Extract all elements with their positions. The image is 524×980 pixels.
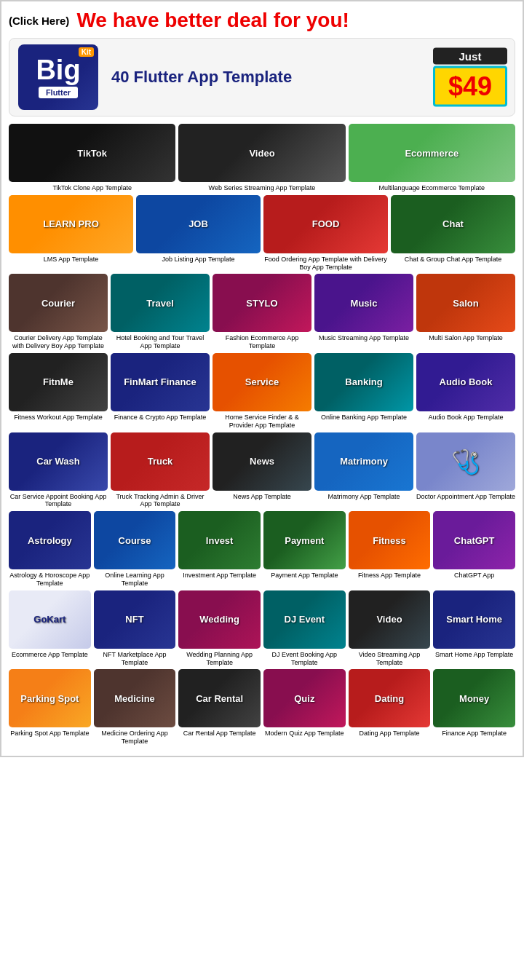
app-audiobook[interactable]: Audio Book Audio Book App Template	[416, 353, 515, 430]
app-parking[interactable]: Parking Spot Parking Spot App Template	[9, 669, 91, 746]
app-courier[interactable]: Courier Courier Delivery App Template wi…	[9, 274, 108, 350]
thumb-news: News	[213, 432, 311, 491]
row7: GoKart Ecommerce App Template NFT NFT Ma…	[9, 590, 515, 667]
thumb-salon: Salon	[416, 274, 515, 332]
thumb-fitness: FitnMe	[9, 353, 108, 411]
click-here-label[interactable]: (Click Here)	[9, 15, 69, 27]
app-carrental[interactable]: Car Rental Car Rental App Template	[178, 669, 261, 746]
app-matrimony[interactable]: Matrimony Matrimony App Template	[314, 432, 413, 509]
app-videost[interactable]: Video Video Streaming App Template	[349, 590, 431, 667]
thumb-nft: NFT	[94, 590, 176, 649]
app-djevent[interactable]: DJ Event DJ Event Booking App Template	[263, 590, 346, 667]
label-dating: Dating App Template	[360, 730, 420, 738]
row8: Parking Spot Parking Spot App Template M…	[9, 669, 515, 746]
app-quiz[interactable]: Quiz Modern Quiz App Template	[263, 669, 346, 746]
thumb-finance: FinMart Finance	[111, 353, 210, 411]
app-finance[interactable]: FinMart Finance Finance & Crypto App Tem…	[111, 353, 210, 430]
app-fitapp[interactable]: Fitness Fitness App Template	[349, 511, 431, 588]
thumb-payment: Payment	[263, 511, 346, 569]
label-banking: Online Banking App Template	[321, 414, 407, 422]
label-job: Job Listing App Template	[162, 256, 235, 264]
row3: Courier Courier Delivery App Template wi…	[9, 274, 515, 350]
price-block: Just $49	[433, 48, 507, 107]
thumb-djevent: DJ Event	[263, 590, 346, 649]
just-badge: Just	[433, 48, 507, 65]
label-homeservice: Home Service Finder & & Provider App Tem…	[213, 414, 311, 430]
label-carrental: Car Rental App Template	[183, 730, 256, 738]
app-learning[interactable]: Course Online Learning App Template	[94, 511, 176, 588]
thumb-video: Video	[178, 124, 345, 182]
thumb-fitapp: Fitness	[349, 511, 431, 569]
app-chat[interactable]: Chat Chat & Group Chat App Template	[391, 195, 515, 272]
app-job[interactable]: JOB Job Listing App Template	[136, 195, 261, 272]
label-fitness: Fitness Workout App Template	[14, 414, 103, 422]
app-travel[interactable]: Travel Hotel Booking and Tour Travel App…	[111, 274, 210, 350]
app-chatgpt[interactable]: ChatGPT ChatGPT App	[433, 511, 515, 588]
big-label: Big	[36, 56, 80, 84]
label-salon: Multi Salon App Template	[429, 334, 502, 342]
label-wedding: Wedding Planning App Template	[178, 651, 261, 667]
app-music[interactable]: Music Music Streaming App Template	[314, 274, 413, 350]
label-parking: Parking Spot App Template	[10, 730, 89, 738]
label-chat: Chat & Group Chat App Template	[405, 256, 501, 264]
label-doctor: Doctor Appointment App Template	[416, 493, 515, 501]
thumb-homeservice: Service	[213, 353, 311, 411]
app-homeservice[interactable]: Service Home Service Finder & & Provider…	[213, 353, 311, 430]
app-fashion[interactable]: STYLO Fashion Ecommerce App Template	[213, 274, 311, 350]
thumb-carrental: Car Rental	[178, 669, 261, 727]
app-payment[interactable]: Payment Payment App Template	[263, 511, 346, 588]
app-fitness[interactable]: FitnMe Fitness Workout App Template	[9, 353, 108, 430]
app-lms[interactable]: LEARN PRO LMS App Template	[9, 195, 133, 272]
row1: TikTok TikTok Clone App Template Video W…	[9, 124, 515, 192]
app-news[interactable]: News News App Template	[213, 432, 311, 509]
app-truck[interactable]: Truck Truck Tracking Admin & Driver App …	[111, 432, 210, 509]
label-fitapp: Fitness App Template	[358, 572, 421, 580]
app-ecommerce-multi[interactable]: Ecommerce Multilanguage Ecommerce Templa…	[349, 124, 515, 192]
thumb-chatgpt: ChatGPT	[433, 511, 515, 569]
thumb-doctor: 🩺	[416, 432, 515, 491]
thumb-medicine: Medicine	[94, 669, 176, 727]
thumb-music: Music	[314, 274, 413, 332]
thumb-investment: Invest	[178, 511, 261, 569]
thumb-audiobook: Audio Book	[416, 353, 515, 411]
row5: Car Wash Car Service Appoint Booking App…	[9, 432, 515, 509]
app-banking[interactable]: Banking Online Banking App Template	[314, 353, 413, 430]
app-tiktok[interactable]: TikTok TikTok Clone App Template	[9, 124, 175, 192]
app-doctor[interactable]: 🩺 Doctor Appointment App Template	[416, 432, 515, 509]
app-carwash[interactable]: Car Wash Car Service Appoint Booking App…	[9, 432, 108, 509]
app-wedding[interactable]: Wedding Wedding Planning App Template	[178, 590, 261, 667]
label-audiobook: Audio Book App Template	[429, 414, 504, 422]
label-lms: LMS App Template	[44, 256, 98, 264]
app-money[interactable]: Money Finance App Template	[433, 669, 515, 746]
thumb-smarthome: Smart Home	[433, 590, 515, 649]
promo-banner[interactable]: Kit Big Flutter 40 Flutter App Template …	[9, 38, 515, 116]
thumb-food: FOOD	[263, 195, 388, 253]
label-ecommerce-multi: Multilanguage Ecommerce Template	[379, 184, 485, 192]
app-astrology[interactable]: Astrology Astrology & Horoscope App Temp…	[9, 511, 91, 588]
app-investment[interactable]: Invest Investment App Template	[178, 511, 261, 588]
app-nft[interactable]: NFT NFT Marketplace App Template	[94, 590, 176, 667]
label-fashion: Fashion Ecommerce App Template	[213, 334, 311, 350]
label-food: Food Ordering App Template with Delivery…	[263, 256, 388, 272]
app-salon[interactable]: Salon Multi Salon App Template	[416, 274, 515, 350]
app-dating[interactable]: Dating Dating App Template	[349, 669, 431, 746]
thumb-travel: Travel	[111, 274, 210, 332]
row2: LEARN PRO LMS App Template JOB Job Listi…	[9, 195, 515, 272]
app-webseries[interactable]: Video Web Series Streaming App Template	[178, 124, 345, 192]
main-container: (Click Here) We have better deal for you…	[0, 0, 524, 757]
thumb-astrology: Astrology	[9, 511, 91, 569]
app-smarthome[interactable]: Smart Home Smart Home App Template	[433, 590, 515, 667]
label-gokart: Ecommerce App Template	[12, 651, 88, 659]
app-food[interactable]: FOOD Food Ordering App Template with Del…	[263, 195, 388, 272]
label-webseries: Web Series Streaming App Template	[209, 184, 316, 192]
thumb-learning: Course	[94, 511, 176, 569]
label-smarthome: Smart Home App Template	[435, 651, 513, 659]
label-astrology: Astrology & Horoscope App Template	[9, 572, 91, 588]
label-djevent: DJ Event Booking App Template	[263, 651, 346, 667]
flutter-label: Flutter	[39, 87, 78, 98]
app-gokart[interactable]: GoKart Ecommerce App Template	[9, 590, 91, 667]
label-payment: Payment App Template	[271, 572, 338, 580]
app-medicine[interactable]: Medicine Medicine Ordering App Template	[94, 669, 176, 746]
thumb-fashion: STYLO	[213, 274, 311, 332]
label-videost: Video Streaming App Template	[349, 651, 431, 667]
